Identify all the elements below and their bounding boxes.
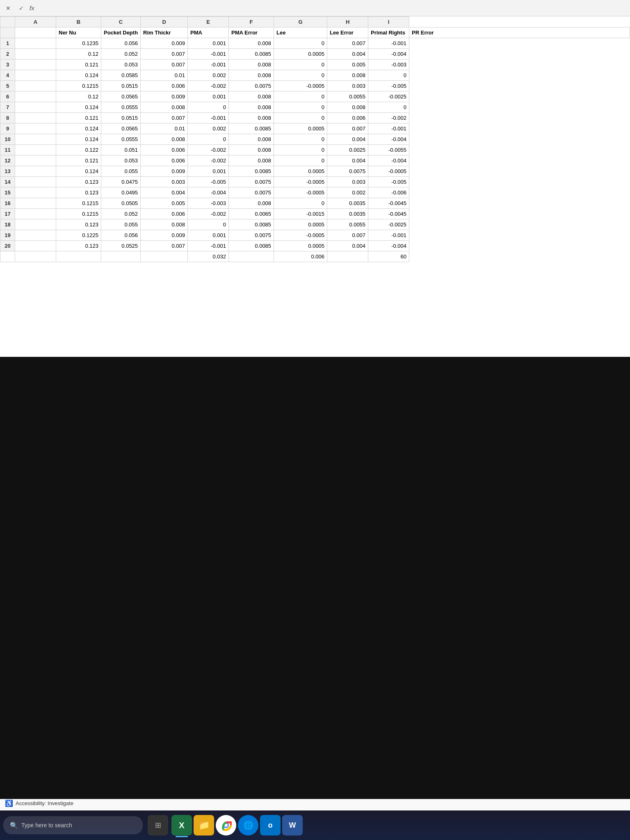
header-f[interactable]: PMA Error	[229, 27, 274, 38]
table-row[interactable]: 30.1210.0530.007-0.0010.00800.005-0.003	[0, 59, 630, 70]
data-table: A B C D E F G H I Ner Nu Pocket Depth Ri…	[0, 16, 630, 262]
table-row[interactable]: 200.1230.05250.007-0.0010.00850.00050.00…	[0, 241, 630, 251]
folder-icon: 📁	[199, 820, 210, 831]
table-row[interactable]: 130.1240.0550.0090.0010.00850.00050.0075…	[0, 166, 630, 177]
taskbar-word-icon[interactable]: W	[282, 815, 303, 835]
outlook-icon: o	[268, 821, 273, 830]
table-row[interactable]: 120.1210.0530.006-0.0020.00800.004-0.004	[0, 155, 630, 166]
close-button[interactable]: ✕	[3, 4, 13, 12]
col-header-i[interactable]: I	[368, 17, 409, 27]
row-num-header	[0, 27, 15, 38]
col-header-a[interactable]: A	[15, 17, 56, 27]
col-header-empty[interactable]	[0, 17, 15, 27]
table-row[interactable]: 10.12350.0560.0090.0010.00800.007-0.001	[0, 38, 630, 49]
taskbar-outlook-icon[interactable]: o	[260, 815, 281, 835]
table-row[interactable]: 70.1240.05550.00800.00800.0080	[0, 102, 630, 113]
spreadsheet: A B C D E F G H I Ner Nu Pocket Depth Ri…	[0, 16, 630, 262]
col-header-b[interactable]: B	[56, 17, 101, 27]
desktop-icon: ⊞	[155, 821, 161, 830]
taskbar-edge-icon[interactable]: 🌐	[238, 815, 258, 835]
search-icon: 🔍	[10, 822, 18, 829]
taskbar: 🔍 Type here to search ⊞ X 📁 🌐 o W	[0, 810, 630, 840]
table-row[interactable]: 40.1240.05850.010.0020.00800.0080	[0, 70, 630, 81]
table-row[interactable]: 80.1210.05150.007-0.0010.00800.006-0.002	[0, 113, 630, 123]
table-row[interactable]: 190.12250.0560.0090.0010.0075-0.00050.00…	[0, 230, 630, 241]
table-row[interactable]: 160.12150.05050.005-0.0030.00800.0035-0.…	[0, 198, 630, 209]
excel-icon: X	[179, 821, 184, 830]
col-header-f[interactable]: F	[229, 17, 274, 27]
table-row[interactable]: 170.12150.0520.006-0.0020.0065-0.00150.0…	[0, 209, 630, 219]
chrome-svg-icon	[220, 819, 232, 831]
header-a[interactable]	[15, 27, 56, 38]
table-row[interactable]: 20.120.0520.007-0.0010.00850.00050.004-0…	[0, 49, 630, 59]
taskbar-desktop-icon[interactable]: ⊞	[148, 815, 168, 835]
summary-row: 0.0320.00660	[0, 251, 630, 262]
search-bar[interactable]: 🔍 Type here to search	[3, 816, 143, 834]
taskbar-chrome-icon[interactable]	[216, 815, 236, 835]
dark-area	[0, 357, 630, 799]
col-header-c[interactable]: C	[101, 17, 141, 27]
col-header-h[interactable]: H	[327, 17, 368, 27]
edge-icon: 🌐	[243, 820, 253, 830]
header-c[interactable]: Pocket Depth	[101, 27, 141, 38]
formula-bar: ✕ ✓ fx	[0, 0, 630, 16]
accessibility-text[interactable]: Accessibility: Investigate	[16, 800, 73, 806]
table-row[interactable]: 180.1230.0550.00800.00850.00050.0055-0.0…	[0, 219, 630, 230]
col-header-g[interactable]: G	[274, 17, 327, 27]
formula-input[interactable]	[38, 5, 627, 11]
excel-window: ✕ ✓ fx A B	[0, 0, 630, 357]
header-g[interactable]: Lee	[274, 27, 327, 38]
check-button[interactable]: ✓	[16, 4, 26, 12]
fx-label: fx	[30, 5, 34, 11]
header-j[interactable]: PR Error	[409, 27, 630, 38]
col-header-d[interactable]: D	[141, 17, 188, 27]
search-text: Type here to search	[21, 822, 72, 829]
table-row[interactable]: 140.1230.04750.003-0.0050.0075-0.00050.0…	[0, 177, 630, 187]
table-row[interactable]: 110.1220.0510.006-0.0020.00800.0025-0.00…	[0, 145, 630, 155]
table-row[interactable]: 90.1240.05650.010.0020.00850.00050.007-0…	[0, 123, 630, 134]
taskbar-excel-icon[interactable]: X	[171, 815, 192, 835]
taskbar-folder-icon[interactable]: 📁	[194, 815, 214, 835]
table-row[interactable]: 150.1230.04950.004-0.0040.0075-0.00050.0…	[0, 187, 630, 198]
col-header-e[interactable]: E	[188, 17, 229, 27]
header-h[interactable]: Lee Error	[327, 27, 368, 38]
table-row[interactable]: 60.120.05650.0090.0010.00800.0055-0.0025	[0, 91, 630, 102]
header-i[interactable]: Primal Rights	[368, 27, 409, 38]
header-e[interactable]: PMA	[188, 27, 229, 38]
table-row[interactable]: 100.1240.05550.00800.00800.004-0.004	[0, 134, 630, 145]
word-icon: W	[289, 821, 296, 830]
header-b[interactable]: Ner Nu	[56, 27, 101, 38]
accessibility-icon: ♿	[5, 799, 13, 807]
header-d[interactable]: Rim Thickr	[141, 27, 188, 38]
table-row[interactable]: 50.12150.05150.006-0.0020.0075-0.00050.0…	[0, 81, 630, 91]
